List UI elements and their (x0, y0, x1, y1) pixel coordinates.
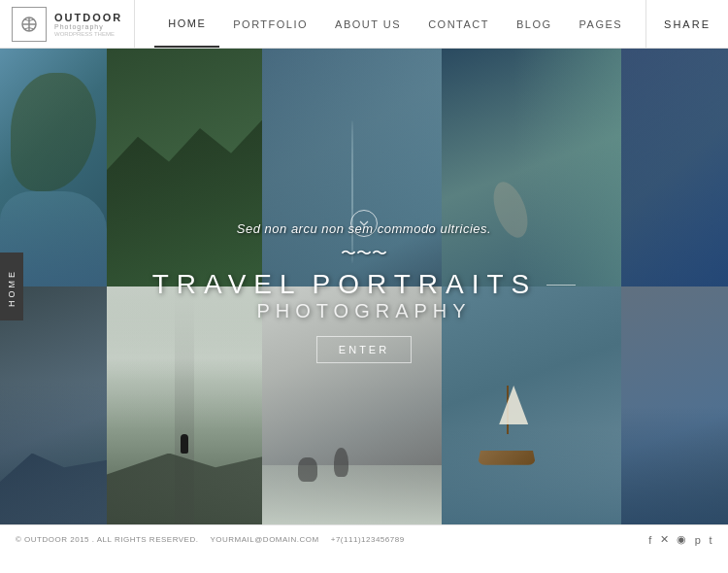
enter-button[interactable]: ENTER (316, 336, 412, 363)
facebook-icon[interactable]: f (648, 534, 652, 546)
twitter-icon[interactable]: ✕ (660, 533, 670, 546)
phone: +7(111)123456789 (331, 535, 405, 544)
tumblr-icon[interactable]: t (709, 534, 712, 546)
logo-icon (12, 7, 47, 42)
footer-left: © OUTDOOR 2015 . ALL RIGHTS RESERVED. YO… (16, 535, 648, 544)
nav-home[interactable]: HOME (154, 0, 219, 48)
logo[interactable]: OUTDOOR Photography WORDPRESS THEME (0, 0, 135, 48)
email: YOURMAIL@DOMAIN.COM (210, 535, 318, 544)
logo-subtitle: Photography (54, 23, 122, 30)
header: OUTDOOR Photography WORDPRESS THEME HOME… (0, 0, 728, 49)
pinterest-icon[interactable]: p (695, 534, 702, 546)
photo-cell-9[interactable] (442, 286, 621, 524)
photo-cell-3[interactable] (262, 49, 442, 286)
main-content: HOME (0, 49, 728, 524)
nav-blog[interactable]: BLOG (503, 0, 566, 48)
photo-cell-1[interactable] (0, 49, 107, 286)
photo-cell-2[interactable] (107, 49, 262, 286)
logo-title: OUTDOOR (54, 12, 122, 23)
photo-cell-4[interactable] (442, 49, 621, 286)
photo-grid (0, 49, 728, 524)
logo-tagline: WORDPRESS THEME (54, 31, 122, 37)
photo-cell-10[interactable] (621, 286, 728, 524)
main-nav: HOME PORTFOLIO ABOUT US CONTACT BLOG PAG… (135, 0, 728, 48)
share-button[interactable]: SHARE (645, 0, 728, 48)
nav-contact[interactable]: CONTACT (414, 0, 503, 48)
instagram-icon[interactable]: ◉ (677, 533, 687, 546)
photo-cell-7[interactable] (107, 286, 262, 524)
nav-about[interactable]: ABOUT US (321, 0, 414, 48)
footer: © OUTDOOR 2015 . ALL RIGHTS RESERVED. YO… (0, 524, 728, 554)
photo-cell-8[interactable] (262, 286, 442, 524)
footer-social: f ✕ ◉ p t (648, 533, 712, 546)
nav-pages[interactable]: PAGES (566, 0, 637, 48)
copyright: © OUTDOOR 2015 . ALL RIGHTS RESERVED. (16, 535, 198, 544)
side-label: HOME (0, 253, 23, 320)
photo-cell-6[interactable] (0, 286, 107, 524)
photo-cell-5[interactable] (621, 49, 728, 286)
nav-portfolio[interactable]: PORTFOLIO (219, 0, 321, 48)
